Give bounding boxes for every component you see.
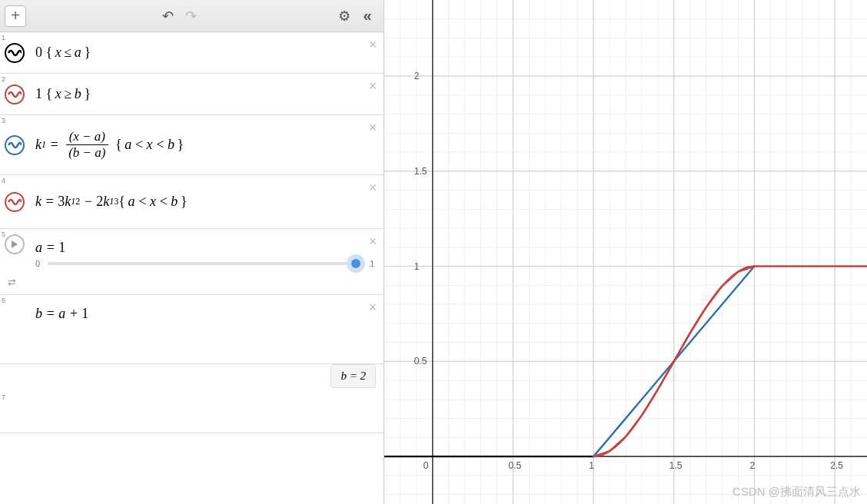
row-index: 1 <box>2 34 5 41</box>
svg-text:1: 1 <box>589 460 594 471</box>
row-index: 6 <box>2 297 5 304</box>
slider-track[interactable] <box>48 262 362 265</box>
expression-input[interactable]: k1 = (x − a) (b − a) { a < x < b } <box>29 115 362 174</box>
svg-text:0.5: 0.5 <box>414 356 427 366</box>
watermark: CSDN @拂面清风三点水 <box>732 485 861 499</box>
row-index: 7 <box>2 393 5 401</box>
graph-area[interactable]: 00.511.522.50.511.52 CSDN @拂面清风三点水 <box>384 0 867 504</box>
settings-button[interactable]: ⚙ <box>333 5 356 28</box>
wave-icon <box>8 48 22 58</box>
expression-input[interactable]: k = 3k12 − 2k13{ a < x < b } <box>29 175 362 228</box>
expression-row[interactable]: 6 b = a + 1 × b = 2 <box>0 295 384 364</box>
expression-row[interactable]: 2 1 { x ≥ b } × <box>0 74 384 115</box>
row-index: 3 <box>2 117 5 124</box>
expression-input[interactable]: 1 { x ≥ b } <box>29 74 362 114</box>
svg-text:0: 0 <box>424 460 429 471</box>
graph-canvas[interactable]: 00.511.522.50.511.52 <box>384 0 867 504</box>
expression-panel: + ↶ ↷ ⚙ « 1 0 { x ≤ a } × 2 <box>0 0 384 504</box>
expression-row[interactable]: 3 k1 = (x − a) (b − a) { a < x < b } × <box>0 115 384 175</box>
redo-button[interactable]: ↷ <box>180 5 203 28</box>
undo-button[interactable]: ↶ <box>157 5 180 28</box>
svg-text:0.5: 0.5 <box>508 460 521 471</box>
expression-list: 1 0 { x ≤ a } × 2 1 { x ≥ b } × <box>0 32 384 504</box>
loop-mode-icon[interactable]: ⇄ <box>8 277 16 288</box>
slider-row[interactable]: 5 a = 1 × 0 1 ⇄ <box>0 229 384 295</box>
delete-row-button[interactable]: × <box>362 74 384 114</box>
row-index: 2 <box>2 75 5 83</box>
evaluation-result: b = 2 <box>331 364 376 388</box>
row-index: 4 <box>2 177 5 184</box>
delete-row-button[interactable]: × <box>362 295 384 333</box>
expression-row[interactable]: 4 k = 3k12 − 2k13{ a < x < b } × <box>0 175 384 229</box>
slider-min[interactable]: 0 <box>35 259 40 268</box>
toolbar: + ↶ ↷ ⚙ « <box>0 0 384 32</box>
wave-icon <box>8 197 22 207</box>
slider-thumb[interactable] <box>347 254 365 273</box>
svg-text:2: 2 <box>414 71 420 81</box>
svg-text:1.5: 1.5 <box>414 166 427 177</box>
delete-row-button[interactable]: × <box>362 229 384 259</box>
expression-input[interactable]: b = a + 1 <box>29 295 362 333</box>
wave-icon <box>8 89 22 100</box>
delete-row-button[interactable]: × <box>362 115 384 174</box>
svg-text:1: 1 <box>414 261 420 272</box>
collapse-panel-button[interactable]: « <box>356 5 379 28</box>
expression-input[interactable]: 0 { x ≤ a } <box>29 32 362 73</box>
empty-expression-row[interactable]: 7 <box>0 392 384 433</box>
slider-max[interactable]: 1 <box>370 259 374 268</box>
svg-text:2: 2 <box>749 460 755 471</box>
row-index: 5 <box>2 230 5 238</box>
svg-text:1.5: 1.5 <box>669 460 683 471</box>
delete-row-button[interactable]: × <box>362 32 384 73</box>
wave-icon <box>8 140 22 151</box>
delete-row-button[interactable]: × <box>362 175 384 228</box>
expression-row[interactable]: 1 0 { x ≤ a } × <box>0 32 384 74</box>
expression-input[interactable]: a = 1 <box>29 229 362 259</box>
play-icon <box>11 240 18 249</box>
add-expression-button[interactable]: + <box>5 5 26 27</box>
svg-text:2.5: 2.5 <box>830 460 843 471</box>
